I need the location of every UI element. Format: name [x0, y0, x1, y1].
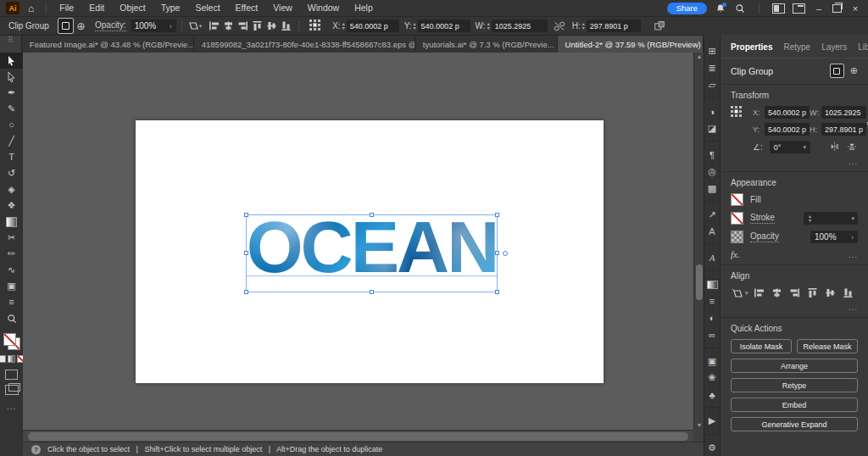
eraser-tool[interactable]: ◈ — [0, 181, 23, 197]
toolbar-dock-handle[interactable]: ⠿ — [0, 36, 22, 53]
align-right-icon[interactable] — [236, 19, 250, 32]
shape-builder-tool[interactable]: ❖ — [0, 197, 23, 214]
color-panel-icon[interactable]: ◑ — [704, 103, 721, 120]
x-input[interactable]: 540.0002 p — [765, 106, 810, 119]
w-input[interactable]: 1025.2925 — [821, 106, 866, 119]
opacity-value-dropdown[interactable]: 100%› — [131, 19, 176, 32]
menu-select[interactable]: Select — [187, 0, 227, 16]
align-center-vertical-icon[interactable] — [823, 286, 837, 299]
arrange-documents-icon[interactable] — [793, 3, 805, 14]
align-bottom-icon[interactable] — [841, 286, 855, 299]
notifications-bell-icon[interactable] — [715, 3, 726, 14]
h-input[interactable]: 297.8901 p — [587, 19, 641, 32]
opacity-value-dropdown[interactable]: 100%› — [810, 231, 858, 243]
glyphs-panel-icon[interactable]: A — [704, 250, 721, 267]
opacity-label[interactable]: Opacity — [750, 231, 779, 242]
stroke-panel-icon[interactable]: ◎ — [704, 163, 721, 180]
align-center-vertical-icon[interactable] — [264, 19, 279, 32]
tab-retype[interactable]: Retype — [783, 42, 810, 52]
links-panel-icon[interactable]: ∞ — [704, 326, 721, 343]
menu-file[interactable]: File — [52, 0, 81, 16]
document-tab-4-active[interactable]: Untitled-2* @ 37.59 % (RGB/Preview) × — [558, 36, 704, 53]
target-icon[interactable]: ⊕ — [850, 65, 858, 76]
ellipse-tool[interactable]: ○ — [0, 117, 23, 133]
document-tab-1[interactable]: Featured Image.ai* @ 43.48 % (RGB/Previe… — [22, 36, 194, 53]
menu-edit[interactable]: Edit — [81, 0, 112, 16]
pathfinder-panel-icon[interactable]: ▱ — [704, 76, 721, 93]
align-center-horizontal-icon[interactable] — [770, 286, 784, 299]
window-minimize-button[interactable]: – — [813, 3, 825, 14]
home-icon[interactable]: ⌂ — [28, 3, 34, 14]
selection-side-handle[interactable] — [503, 251, 508, 256]
vertical-scroll-thumb[interactable] — [696, 264, 703, 300]
arrange-button[interactable]: Arrange — [731, 359, 858, 373]
selection-handle[interactable] — [244, 213, 248, 217]
recolor-artwork-icon[interactable]: ⊕ — [74, 19, 88, 33]
eyedropper-tool[interactable]: ✏ — [0, 246, 23, 262]
screen-mode-icon[interactable] — [5, 385, 19, 395]
reference-point-selector[interactable] — [309, 19, 322, 32]
tab-layers[interactable]: Layers — [821, 42, 847, 52]
draw-mode-icon[interactable] — [5, 370, 18, 380]
fx-effects-button[interactable]: fx. — [731, 249, 740, 259]
document-tab-3[interactable]: tyutorials.ai* @ 7.3 % (RGB/Previe... × — [415, 36, 558, 53]
y-input[interactable]: 540.0002 p — [418, 19, 470, 32]
selection-tool[interactable] — [0, 53, 23, 69]
transform-panel-icon[interactable]: ⊞ — [704, 43, 721, 60]
menu-object[interactable]: Object — [112, 0, 153, 16]
symbols-panel-icon[interactable]: ♣ — [704, 386, 721, 403]
menu-view[interactable]: View — [265, 0, 300, 16]
align-panel-icon[interactable]: ≣ — [704, 60, 721, 77]
y-input[interactable]: 540.0002 p — [765, 123, 810, 136]
smooth-tool[interactable]: ∿ — [0, 262, 23, 278]
selection-handle[interactable] — [495, 251, 499, 255]
window-restore-button[interactable] — [832, 4, 842, 13]
curvature-tool[interactable]: ✎ — [0, 101, 23, 117]
embed-button[interactable]: Embed — [731, 398, 858, 412]
y-stepper[interactable]: ▴▾ — [414, 22, 416, 31]
opacity-label[interactable]: Opacity: — [95, 20, 126, 31]
direct-selection-tool[interactable] — [0, 69, 23, 85]
selection-handle[interactable] — [370, 213, 374, 217]
h-input[interactable]: 297.8901 p — [821, 123, 866, 136]
selection-bounding-box[interactable]: OCEAN — [246, 214, 498, 292]
h-stepper[interactable]: ▴▾ — [582, 22, 585, 31]
align-left-icon[interactable] — [752, 286, 766, 299]
w-input[interactable]: 1025.2925 — [492, 19, 548, 32]
share-button[interactable]: Share — [667, 3, 707, 14]
selection-handle[interactable] — [370, 290, 374, 294]
stroke-label[interactable]: Stroke — [750, 213, 775, 224]
w-stepper[interactable]: ▴▾ — [487, 22, 490, 31]
align-top-icon[interactable] — [250, 19, 264, 32]
flip-horizontal-icon[interactable] — [829, 142, 840, 153]
reference-point-selector[interactable] — [731, 106, 753, 119]
menu-type[interactable]: Type — [153, 0, 188, 16]
color-mode-solid-icon[interactable] — [0, 355, 6, 363]
isolate-mask-button[interactable]: Isolate Mask — [731, 339, 792, 353]
zoom-tool[interactable] — [0, 310, 23, 326]
object-thumbnail-icon[interactable] — [830, 64, 844, 78]
knife-tool[interactable]: ╱ — [0, 133, 23, 149]
layers-panel-icon[interactable]: ≡ — [704, 293, 721, 310]
ocean-clip-group-artwork[interactable]: OCEAN — [243, 208, 500, 286]
export-panel-icon[interactable]: ↗ — [704, 207, 721, 224]
gradient-tool[interactable] — [0, 214, 23, 230]
rotate-angle-dropdown[interactable]: 0°▾ — [770, 141, 810, 153]
isolate-selected-object-icon[interactable] — [653, 19, 667, 33]
gradient-panel-icon[interactable] — [704, 276, 721, 293]
fill-swatch-none[interactable] — [731, 193, 743, 206]
workspace-switcher-icon[interactable] — [772, 3, 785, 14]
type-tool[interactable]: T — [0, 149, 23, 165]
tab-properties[interactable]: Properties — [731, 42, 772, 52]
align-to-dropdown-icon[interactable]: ▾ — [731, 287, 748, 299]
window-close-button[interactable]: × — [849, 3, 861, 14]
selection-handle[interactable] — [244, 290, 248, 294]
artboards-panel-icon[interactable]: ▣ — [704, 353, 721, 370]
scissors-tool[interactable]: ✂ — [0, 230, 23, 246]
align-bottom-icon[interactable] — [279, 19, 293, 32]
align-more-options[interactable]: ... — [731, 303, 858, 312]
opacity-swatch[interactable] — [731, 231, 743, 243]
align-center-horizontal-icon[interactable] — [221, 19, 236, 32]
menu-help[interactable]: Help — [347, 0, 381, 16]
x-stepper[interactable]: ▴▾ — [342, 22, 345, 31]
